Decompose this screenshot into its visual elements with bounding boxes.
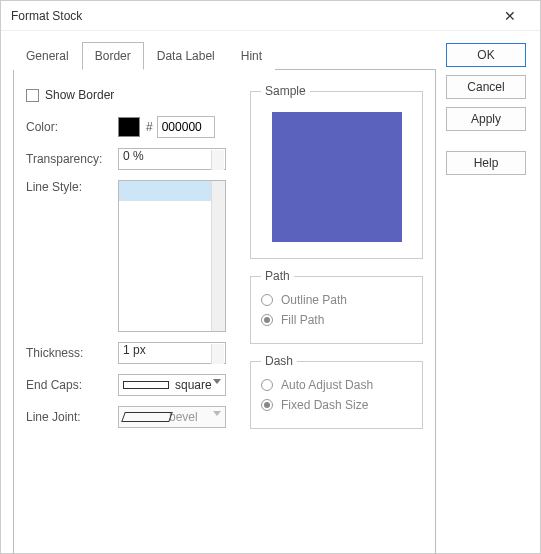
tab-data-label[interactable]: Data Label: [144, 42, 228, 70]
linestyle-label: Line Style:: [26, 180, 118, 194]
color-row: Color: #: [26, 116, 236, 138]
linejoint-sample-icon: [123, 412, 169, 422]
ok-button[interactable]: OK: [446, 43, 526, 67]
tab-general[interactable]: General: [13, 42, 82, 70]
color-hex-input[interactable]: [157, 116, 215, 138]
linejoint-value: bevel: [169, 410, 198, 424]
window-title: Format Stock: [11, 9, 490, 23]
thickness-value: 1 px: [123, 343, 146, 357]
endcaps-label: End Caps:: [26, 378, 118, 392]
show-border-row: Show Border: [26, 84, 236, 106]
thickness-spinner[interactable]: 1 px: [118, 342, 226, 364]
chevron-down-icon: [213, 411, 221, 416]
outline-path-label: Outline Path: [281, 293, 347, 307]
border-controls: Show Border Color: # Transparency: 0 %: [26, 84, 236, 543]
endcaps-value: square: [175, 378, 212, 392]
linejoint-label: Line Joint:: [26, 410, 118, 424]
dash-fieldset: Dash Auto Adjust Dash Fixed Dash Size: [250, 354, 423, 429]
listbox-scrollbar[interactable]: [211, 181, 225, 331]
auto-dash-radio[interactable]: [261, 379, 273, 391]
linejoint-row: Line Joint: bevel: [26, 406, 236, 428]
endcaps-combo[interactable]: square: [118, 374, 226, 396]
color-swatch[interactable]: [118, 117, 140, 137]
sample-fieldset: Sample: [250, 84, 423, 259]
help-button[interactable]: Help: [446, 151, 526, 175]
path-legend: Path: [261, 269, 294, 283]
path-fieldset: Path Outline Path Fill Path: [250, 269, 423, 344]
fill-path-radio[interactable]: [261, 314, 273, 326]
chevron-down-icon: [213, 379, 221, 384]
close-icon[interactable]: ✕: [490, 8, 530, 24]
tab-content-border: Show Border Color: # Transparency: 0 %: [13, 70, 436, 554]
transparency-value: 0 %: [123, 149, 144, 163]
tab-bar: General Border Data Label Hint: [13, 41, 436, 70]
dash-fixed-row[interactable]: Fixed Dash Size: [261, 398, 412, 412]
dash-legend: Dash: [261, 354, 297, 368]
linestyle-listbox[interactable]: [118, 180, 226, 332]
show-border-checkbox[interactable]: [26, 89, 39, 102]
dialog-window: Format Stock ✕ General Border Data Label…: [0, 0, 541, 554]
preview-column: Sample Path Outline Path Fill Path: [250, 84, 423, 543]
auto-dash-label: Auto Adjust Dash: [281, 378, 373, 392]
main-panel: General Border Data Label Hint Show Bord…: [13, 41, 436, 543]
tab-hint[interactable]: Hint: [228, 42, 275, 70]
linejoint-combo[interactable]: bevel: [118, 406, 226, 428]
dialog-body: General Border Data Label Hint Show Bord…: [1, 31, 540, 553]
linestyle-selected-item[interactable]: [119, 181, 225, 201]
cancel-button[interactable]: Cancel: [446, 75, 526, 99]
spacer: [446, 139, 528, 151]
endcaps-row: End Caps: square: [26, 374, 236, 396]
thickness-label: Thickness:: [26, 346, 118, 360]
endcaps-sample-icon: [123, 381, 169, 389]
hash-symbol: #: [146, 120, 153, 134]
transparency-row: Transparency: 0 %: [26, 148, 236, 170]
titlebar: Format Stock ✕: [1, 1, 540, 31]
thickness-row: Thickness: 1 px: [26, 342, 236, 364]
outline-path-radio[interactable]: [261, 294, 273, 306]
fixed-dash-radio[interactable]: [261, 399, 273, 411]
sample-preview: [272, 112, 402, 242]
fill-path-label: Fill Path: [281, 313, 324, 327]
tab-border[interactable]: Border: [82, 42, 144, 70]
linestyle-row: Line Style:: [26, 180, 236, 332]
color-label: Color:: [26, 120, 118, 134]
sample-legend: Sample: [261, 84, 310, 98]
path-fill-row[interactable]: Fill Path: [261, 313, 412, 327]
apply-button[interactable]: Apply: [446, 107, 526, 131]
show-border-label: Show Border: [45, 88, 114, 102]
transparency-spinner[interactable]: 0 %: [118, 148, 226, 170]
dash-auto-row[interactable]: Auto Adjust Dash: [261, 378, 412, 392]
transparency-label: Transparency:: [26, 152, 118, 166]
path-outline-row[interactable]: Outline Path: [261, 293, 412, 307]
button-column: OK Cancel Apply Help: [446, 41, 528, 543]
fixed-dash-label: Fixed Dash Size: [281, 398, 368, 412]
